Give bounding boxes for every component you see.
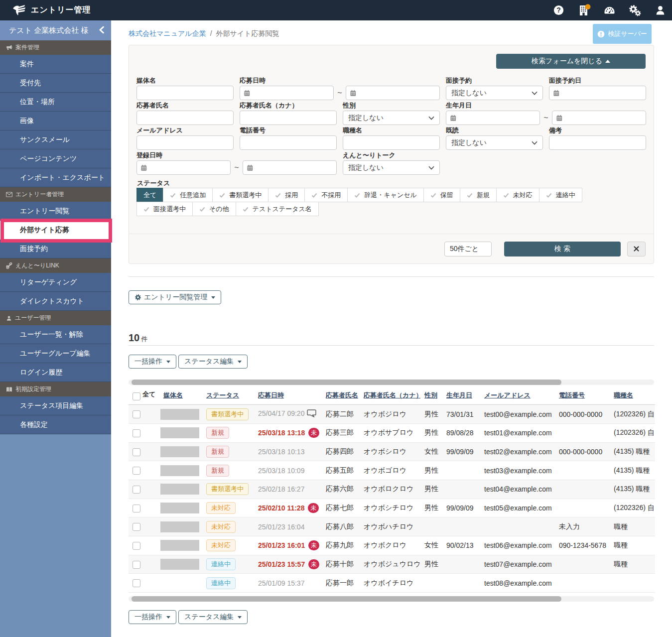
media_name-input[interactable] <box>136 86 234 100</box>
applicant_name-input[interactable] <box>136 111 234 125</box>
birthday-to-date-input[interactable] <box>552 111 646 125</box>
sidebar-item[interactable]: ページコンテンツ <box>0 149 111 168</box>
status-filter-button[interactable]: 任意追加 <box>163 188 213 202</box>
applicant_kana-input[interactable] <box>240 111 337 125</box>
status-filter-button[interactable]: 連絡中 <box>539 188 582 202</box>
sidebar-item[interactable]: 各種設定 <box>0 415 111 434</box>
help-button[interactable]: ? <box>552 3 565 17</box>
per-page-select[interactable]: 50件ごと <box>444 242 492 256</box>
search-button[interactable]: 検 索 <box>504 242 621 256</box>
sidebar-item[interactable]: 画像 <box>0 112 111 130</box>
status-filter-button[interactable]: テストステータス名 <box>236 202 319 216</box>
sort-link[interactable]: ステータス <box>206 391 239 399</box>
app-logo[interactable]: エントリー管理 <box>0 4 91 17</box>
sidebar-item[interactable]: 位置・場所 <box>0 93 111 112</box>
sidebar-item[interactable]: リターゲティング <box>0 273 111 292</box>
sort-link[interactable]: 応募者氏名（カナ） <box>364 391 420 399</box>
sidebar-item[interactable]: インポート・エクスポート <box>0 168 111 187</box>
apply_datetime-to-date-input[interactable] <box>346 86 440 100</box>
status-filter-button[interactable]: 未対応 <box>496 188 539 202</box>
sort-link[interactable]: 電話番号 <box>559 391 585 399</box>
status-filter-button[interactable]: 全て <box>136 188 163 202</box>
sort-link[interactable]: 応募者氏名 <box>326 391 358 399</box>
register_datetime-from-input[interactable] <box>150 164 226 172</box>
select-all-checkbox[interactable] <box>133 392 140 400</box>
entry-view-manage-button[interactable]: エントリー閲覧管理 <box>129 290 221 304</box>
status-filter-button[interactable]: その他 <box>192 202 236 216</box>
row-checkbox[interactable] <box>133 561 140 569</box>
status-filter-button[interactable]: 保留 <box>423 188 460 202</box>
sort-link[interactable]: メールアドレス <box>484 391 531 399</box>
status-edit-button[interactable]: ステータス編集 <box>178 355 248 369</box>
sort-link[interactable]: 媒体名 <box>163 391 183 399</box>
birthday-to-input[interactable] <box>565 114 642 122</box>
sidebar-item[interactable]: ダイレクトスカウト <box>0 292 111 311</box>
sidebar-item[interactable]: ユーザー一覧・解除 <box>0 325 111 344</box>
register_datetime-to-date-input[interactable] <box>243 160 337 175</box>
apply_datetime-from-input[interactable] <box>253 89 329 97</box>
sidebar-item[interactable]: サンクスメール <box>0 130 111 149</box>
row-checkbox[interactable] <box>133 542 140 550</box>
row-checkbox[interactable] <box>133 505 140 512</box>
close-search-form-button[interactable]: 検索フォームを閉じる <box>496 54 646 69</box>
sort-link[interactable]: 応募日時 <box>258 391 284 399</box>
apply_datetime-to-input[interactable] <box>359 89 435 97</box>
status-filter-button[interactable]: 採用 <box>268 188 305 202</box>
scrollbar-thumb[interactable] <box>132 380 561 385</box>
gender-select[interactable]: 指定しない <box>343 111 440 125</box>
company-button[interactable] <box>577 3 591 17</box>
register_datetime-to-input[interactable] <box>256 164 332 172</box>
apply_datetime-from-date-input[interactable] <box>240 86 334 100</box>
entori_talk-select[interactable]: 指定しない <box>343 160 440 175</box>
sidebar-collapse-button[interactable] <box>99 26 104 35</box>
interview_reserve-select[interactable]: 指定しない <box>446 86 543 100</box>
sort-link[interactable]: 生年月日 <box>446 391 472 399</box>
settings-button[interactable] <box>628 3 642 17</box>
breadcrumb-company-link[interactable]: 株式会社マニュアル企業 <box>129 29 206 37</box>
row-checkbox[interactable] <box>133 467 140 475</box>
row-checkbox[interactable] <box>133 486 140 494</box>
sidebar-item[interactable]: 外部サイト応募 <box>0 221 111 240</box>
birthday-from-date-input[interactable] <box>446 111 540 125</box>
status-filter-button[interactable]: 不採用 <box>304 188 348 202</box>
scrollbar-thumb[interactable] <box>132 596 561 602</box>
sidebar-item[interactable]: 案件 <box>0 55 111 74</box>
register_datetime-from-date-input[interactable] <box>136 160 231 175</box>
row-checkbox[interactable] <box>133 429 140 437</box>
sort-link[interactable]: 職種名 <box>614 391 633 399</box>
comment-icon-wrap[interactable] <box>307 409 316 419</box>
sidebar-item[interactable]: ログイン履歴 <box>0 363 111 382</box>
note-input[interactable] <box>549 135 646 150</box>
interview_reserve_date-date-input[interactable] <box>549 86 646 100</box>
account-button[interactable] <box>654 3 667 17</box>
bulk-action-button[interactable]: 一括操作 <box>129 610 176 624</box>
email-input[interactable] <box>136 135 234 150</box>
sidebar-item-label: ログイン履歴 <box>20 368 62 377</box>
read_flag-select[interactable]: 指定しない <box>446 135 543 150</box>
status-edit-button[interactable]: ステータス編集 <box>178 610 248 624</box>
clear-search-button[interactable] <box>627 242 646 256</box>
applicant-kana: オウボジュウロウ <box>364 560 420 568</box>
sidebar-item[interactable]: 面接予約 <box>0 240 111 258</box>
sidebar-item[interactable]: ユーザーグループ編集 <box>0 344 111 363</box>
table-header-cell: 応募日時 <box>254 386 322 405</box>
sidebar-item[interactable]: 受付先 <box>0 74 111 93</box>
status-filter-button[interactable]: 面接選考中 <box>136 202 193 216</box>
row-checkbox[interactable] <box>133 448 140 456</box>
sort-link[interactable]: 性別 <box>424 391 437 399</box>
sidebar-item[interactable]: ステータス項目編集 <box>0 396 111 415</box>
row-checkbox[interactable] <box>133 410 140 418</box>
sidebar-item[interactable]: エントリー閲覧 <box>0 202 111 221</box>
interview_reserve_date-input[interactable] <box>562 89 642 97</box>
job_name-input[interactable] <box>343 135 440 150</box>
row-checkbox[interactable] <box>133 579 140 587</box>
status-filter-button[interactable]: 新規 <box>460 188 497 202</box>
status-filter-button[interactable]: 書類選考中 <box>212 188 269 202</box>
status-filter-button[interactable]: 辞退・キャンセル <box>347 188 424 202</box>
bulk-action-button[interactable]: 一括操作 <box>129 355 176 369</box>
birthday-from-input[interactable] <box>459 114 536 122</box>
phone-input[interactable] <box>240 135 337 150</box>
dashboard-button[interactable] <box>603 3 616 17</box>
row-checkbox[interactable] <box>133 523 140 531</box>
topbar: エントリー管理 ? <box>0 0 672 20</box>
